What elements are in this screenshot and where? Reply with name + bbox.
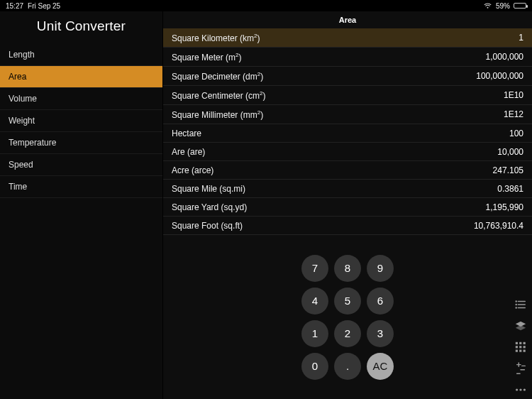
unit-label: Are (are) — [172, 147, 205, 157]
svg-rect-9 — [519, 342, 521, 344]
svg-rect-14 — [516, 350, 518, 352]
grid-icon[interactable] — [514, 341, 528, 354]
unit-row[interactable]: Square Decimeter (dm2)100,000,000 — [163, 67, 532, 86]
unit-value: 10,763,910.4 — [474, 221, 523, 231]
unit-label: Square Kilometer (km2) — [172, 33, 260, 43]
key-7[interactable]: 7 — [301, 255, 328, 282]
unit-label: Square Foot (sq.ft) — [172, 221, 243, 231]
more-icon[interactable] — [514, 383, 528, 396]
app-title: Unit Converter — [0, 11, 162, 44]
unit-value: 1E10 — [504, 90, 523, 100]
key-9[interactable]: 9 — [367, 255, 394, 282]
unit-value: 100,000,000 — [476, 71, 523, 81]
svg-rect-11 — [516, 346, 518, 348]
sidebar-item-speed[interactable]: Speed — [0, 154, 162, 176]
unit-row[interactable]: Square Yard (sq.yd)1,195,990 — [163, 198, 532, 217]
unit-value: 247.105 — [493, 165, 523, 175]
unit-row[interactable]: Square Meter (m2)1,000,000 — [163, 48, 532, 67]
svg-rect-12 — [519, 346, 521, 348]
unit-label: Square Millimeter (mm2) — [172, 109, 263, 120]
svg-point-3 — [516, 301, 516, 302]
svg-point-26 — [519, 388, 521, 390]
key-0[interactable]: 0 — [301, 353, 328, 380]
unit-row[interactable]: Square Millimeter (mm2)1E12 — [163, 105, 532, 124]
key-4[interactable]: 4 — [301, 288, 328, 315]
svg-point-27 — [523, 388, 526, 390]
unit-label: Square Mile (sq.mi) — [172, 184, 245, 194]
svg-rect-10 — [523, 342, 526, 344]
unit-value: 0.3861 — [497, 184, 523, 194]
tool-column: - — [514, 298, 528, 396]
svg-point-5 — [516, 307, 516, 308]
unit-value: 1,000,000 — [486, 52, 523, 62]
key-3[interactable]: 3 — [367, 320, 394, 347]
sidebar-item-temperature[interactable]: Temperature — [0, 132, 162, 154]
unit-value: 10,000 — [497, 147, 523, 157]
unit-value: 1 — [519, 33, 523, 43]
unit-row[interactable]: Acre (arce)247.105 — [163, 161, 532, 180]
svg-rect-8 — [516, 342, 518, 344]
key-dot[interactable]: . — [334, 353, 361, 380]
svg-rect-15 — [519, 350, 521, 352]
unit-label: Square Centimeter (cm2) — [172, 90, 266, 101]
unit-list: Square Kilometer (km2)1Square Meter (m2)… — [163, 28, 532, 235]
svg-rect-13 — [523, 346, 526, 348]
unit-value: 1E12 — [504, 109, 523, 119]
unit-row[interactable]: Hectare100 — [163, 124, 532, 143]
main-panel: Area Square Kilometer (km2)1Square Meter… — [163, 11, 532, 399]
svg-marker-7 — [516, 325, 526, 330]
key-6[interactable]: 6 — [367, 288, 394, 315]
unit-row[interactable]: Square Kilometer (km2)1 — [163, 28, 532, 48]
sidebar-item-time[interactable]: Time — [0, 176, 162, 198]
status-left: 15:27 Fri Sep 25 — [6, 2, 60, 10]
unit-row[interactable]: Square Foot (sq.ft)10,763,910.4 — [163, 217, 532, 235]
unit-row[interactable]: Square Mile (sq.mi)0.3861 — [163, 180, 532, 198]
svg-text:-: - — [522, 363, 523, 368]
svg-point-4 — [516, 304, 516, 305]
category-list: LengthAreaVolumeWeightTemperatureSpeedTi… — [0, 44, 162, 198]
sidebar-item-volume[interactable]: Volume — [0, 88, 162, 110]
key-1[interactable]: 1 — [301, 320, 328, 347]
sidebar-item-length[interactable]: Length — [0, 44, 162, 66]
key-5[interactable]: 5 — [334, 288, 361, 315]
sidebar: Unit Converter LengthAreaVolumeWeightTem… — [0, 11, 163, 399]
unit-value: 100 — [509, 129, 523, 138]
key-ac[interactable]: AC — [367, 353, 394, 380]
unit-label: Hectare — [172, 129, 201, 138]
sidebar-item-weight[interactable]: Weight — [0, 110, 162, 132]
key-2[interactable]: 2 — [334, 320, 361, 347]
svg-rect-16 — [523, 350, 526, 352]
status-bar: 15:27 Fri Sep 25 59% — [0, 0, 532, 11]
unit-row[interactable]: Square Centimeter (cm2)1E10 — [163, 86, 532, 105]
app-root: 15:27 Fri Sep 25 59% Unit Converter Leng… — [0, 0, 532, 399]
unit-label: Acre (arce) — [172, 165, 214, 175]
keypad: 7894561230.AC — [301, 255, 394, 380]
status-date: Fri Sep 25 — [28, 2, 60, 10]
sidebar-item-area[interactable]: Area — [0, 66, 162, 88]
list-icon[interactable] — [514, 298, 528, 311]
unit-label: Square Decimeter (dm2) — [172, 71, 263, 82]
unit-label: Square Yard (sq.yd) — [172, 202, 247, 212]
unit-value: 1,195,990 — [486, 202, 523, 212]
key-8[interactable]: 8 — [334, 255, 361, 282]
battery-icon — [514, 3, 526, 9]
body: Unit Converter LengthAreaVolumeWeightTem… — [0, 11, 532, 399]
battery-percent: 59% — [496, 2, 510, 10]
layers-icon[interactable] — [514, 319, 528, 332]
unit-label: Square Meter (m2) — [172, 52, 241, 62]
wifi-icon — [483, 2, 492, 9]
main-title: Area — [163, 11, 532, 28]
keypad-area: 7894561230.AC - — [163, 235, 532, 399]
plus-minus-icon[interactable]: - — [514, 362, 528, 375]
unit-row[interactable]: Are (are)10,000 — [163, 143, 532, 161]
status-time: 15:27 — [6, 2, 23, 10]
status-right: 59% — [483, 2, 526, 10]
svg-point-25 — [516, 388, 518, 390]
